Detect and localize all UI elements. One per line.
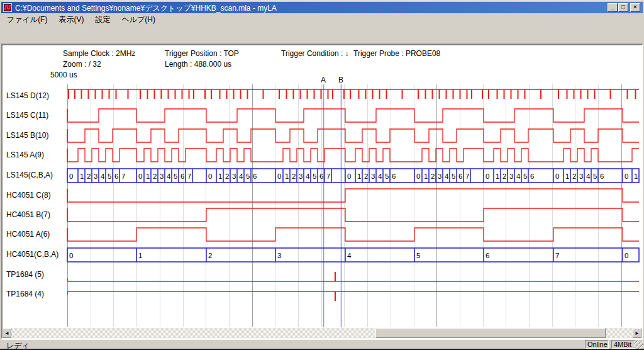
bus-cell-value: 3 (438, 172, 441, 180)
memory-size-badge: 4MBit (611, 340, 635, 349)
bus-cell-value: 5 (108, 172, 111, 180)
bus-cell-value: 6 (600, 172, 604, 180)
bus-cell-value: 1 (80, 172, 84, 180)
bus-cell-value: 2 (153, 172, 157, 180)
bus-cell-value: 0 (486, 172, 489, 180)
bus-cell-value: 1 (146, 172, 150, 180)
bus-cell-value: 4 (167, 172, 171, 180)
bus-cell-value: 4 (516, 172, 521, 180)
bus-cell-value: 3 (94, 172, 97, 180)
bus-cell-value: 4 (101, 172, 105, 180)
bus-cell-value: 5 (313, 172, 316, 180)
bus-cell-value: 0 (277, 172, 281, 180)
bus-cell-value: 3 (579, 172, 583, 180)
bus-cell-value: 3 (509, 172, 513, 180)
bus-cell-value: 1 (285, 172, 289, 180)
bus-cell-value: 2 (431, 172, 435, 180)
scroll-left-button[interactable]: ◄ (3, 328, 11, 338)
bus-cell-value: 7 (326, 172, 330, 180)
bus-cell-value: 2 (225, 172, 229, 180)
bus-cell-value: 7 (121, 172, 125, 180)
bus-cell-value: 6 (486, 252, 489, 259)
bus-cell-value: 2 (292, 172, 296, 180)
online-status-badge: Online (585, 340, 609, 349)
bus-cell-value: 5 (593, 172, 597, 180)
bus-cell-value: 6 (530, 172, 534, 180)
bus-cell-value: 0 (555, 172, 559, 180)
app-window: C:¥Documents and Settings¥noname¥デスクトップ¥… (0, 0, 644, 350)
digital-waveform (67, 129, 639, 142)
bus-cell-value: 6 (319, 172, 323, 180)
bus-cell-value: 1 (424, 172, 428, 180)
digital-waveform (67, 149, 639, 162)
bus-cell-value: 3 (371, 172, 375, 180)
waveform-plot: 0123456701234567012345601234567012345601… (0, 1, 644, 350)
bus-cell-value: 6 (114, 172, 118, 180)
bus-cell-value: 0 (625, 172, 628, 180)
bus-cell-value: 6 (253, 172, 257, 180)
bus-cell-value: 0 (625, 252, 628, 259)
bus-cell-value: 1 (357, 172, 361, 180)
bus-cell-value: 0 (416, 172, 420, 180)
digital-waveform (67, 189, 639, 202)
digital-waveform (67, 208, 639, 222)
digital-waveform (67, 109, 639, 122)
bus-cell-value: 7 (187, 172, 191, 180)
bus-cell-value: 1 (565, 172, 569, 180)
bus-cell-value: 3 (277, 252, 281, 259)
scrollbar-thumb[interactable] (375, 328, 606, 338)
scroll-right-button[interactable]: ► (633, 328, 641, 338)
bus-cell-value: 2 (502, 172, 506, 180)
bus-cell-value: 5 (385, 172, 389, 180)
bus-cell-value: 2 (572, 172, 576, 180)
resize-grip[interactable] (635, 341, 643, 349)
bus-cell-value: 6 (458, 172, 462, 180)
bus-cell-value: 3 (299, 172, 303, 180)
bus-cell-value: 4 (239, 172, 243, 180)
bus-cell-value: 0 (69, 252, 73, 259)
bus-cell-value: 4 (306, 172, 310, 180)
bus-cell-value: 0 (347, 172, 351, 180)
bus-cell-value: 1 (218, 172, 222, 180)
bus-cell-value: 4 (378, 172, 382, 180)
bus-cell-value: 1 (138, 252, 142, 259)
bus-cell-value: 5 (452, 172, 455, 180)
bus-cell-value: 4 (586, 172, 591, 180)
bus-cell-value: 0 (138, 172, 142, 180)
bus-cell-value: 0 (69, 172, 73, 180)
bus-cell-value: 3 (232, 172, 236, 180)
bus-cell-value: 5 (174, 172, 177, 180)
digital-waveform (67, 228, 639, 241)
bus-cell-value: 1 (634, 172, 638, 180)
bus-cell-value: 6 (180, 172, 184, 180)
bus-cell-value: 6 (392, 172, 396, 180)
bus-cell-value: 5 (416, 252, 420, 259)
bus-cell-value: 2 (87, 172, 91, 180)
bus-cell-value: 2 (364, 172, 368, 180)
bus-cell-value: 7 (555, 252, 559, 259)
bus-cell-value: 1 (496, 172, 499, 180)
bus-cell-value: 5 (523, 172, 527, 180)
bus-cell-value: 0 (208, 172, 212, 180)
bus-cell-value: 4 (347, 252, 352, 259)
bus-cell-value: 7 (465, 172, 469, 180)
bus-cell-value: 4 (445, 172, 449, 180)
horizontal-scrollbar[interactable]: ◄ ► (3, 328, 641, 338)
bus-cell-value: 5 (246, 172, 250, 180)
bus-cell-value: 2 (208, 252, 212, 259)
status-bar: レディ Online 4MBit (1, 339, 643, 349)
bus-cell-value: 3 (160, 172, 164, 180)
